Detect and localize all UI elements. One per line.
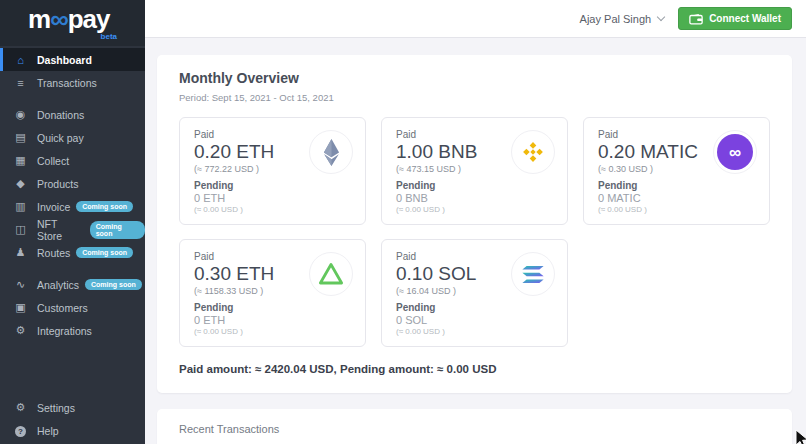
pending-usd: (≈ 0.00 USD ) [194,205,351,214]
user-name: Ajay Pal Singh [580,13,652,25]
question-glyph: ? [15,426,26,437]
wallet-icon [689,13,703,25]
sidebar-item-transactions[interactable]: ≡ Transactions [0,71,145,94]
brand-logo: m∞pay beta [0,0,145,46]
crypto-cards-grid: Paid 0.20 ETH (≈ 772.22 USD ) Pending 0 … [179,117,770,347]
question-circle-icon: ? [13,424,28,437]
sidebar-item-nft-store[interactable]: ◫ NFT Store Coming soon [0,218,145,241]
nav-divider [0,264,145,273]
top-header: Ajay Pal Singh Connect Wallet [145,0,806,38]
pending-label: Pending [194,180,351,191]
pending-usd: (≈ 0.00 USD ) [194,327,351,336]
sidebar-item-label: Dashboard [37,54,92,66]
sidebar-item-label: Donations [37,109,84,121]
pending-amount: 0 BNB [396,192,553,204]
crypto-card-eth-testnet: Paid 0.30 ETH (≈ 1158.33 USD ) Pending 0… [179,239,366,347]
sidebar-item-analytics[interactable]: ∿ Analytics Coming soon [0,273,145,296]
pending-amount: 0 SOL [396,314,553,326]
solana-icon [511,252,555,296]
sidebar-item-label: NFT Store [37,218,84,242]
sidebar-item-label: Help [37,425,59,437]
crypto-card-bnb: Paid 1.00 BNB (≈ 473.15 USD ) Pending 0 … [381,117,568,225]
brand-name: m∞pay [28,6,145,32]
infinity-icon: ∞ [50,4,68,34]
sidebar-item-products[interactable]: ◆ Products [0,172,145,195]
polygon-matic-icon: ∞ [713,130,757,174]
brand-part2: pay [68,4,110,34]
pending-label: Pending [194,302,351,313]
recent-transactions-panel: Recent Transactions Network User Product… [157,409,792,444]
transactions-title: Recent Transactions [157,423,792,435]
sidebar-item-label: Quick pay [37,132,84,144]
coming-soon-badge: Coming soon [76,247,133,258]
sidebar-item-help[interactable]: ? Help [0,419,145,442]
nav-divider [0,94,145,103]
pending-usd: (≈ 0.00 USD ) [396,327,553,336]
user-menu[interactable]: Ajay Pal Singh [580,13,665,25]
coming-soon-badge: Coming soon [85,279,142,290]
coins-stack-icon: ▦ [13,154,28,167]
store-icon: ◫ [13,223,28,236]
sidebar-item-collect[interactable]: ▦ Collect [0,149,145,172]
pending-amount: 0 ETH [194,192,351,204]
totals-summary: Paid amount: ≈ 2420.04 USD, Pending amou… [179,363,770,375]
overview-title: Monthly Overview [179,70,770,86]
sidebar-item-label: Invoice [37,201,70,213]
app-root: m∞pay beta ⌂ Dashboard ≡ Transactions ◉ … [0,0,806,444]
sidebar-item-dashboard[interactable]: ⌂ Dashboard [0,48,145,71]
sidebar-item-routes[interactable]: ♟ Routes Coming soon [0,241,145,264]
sidebar-item-customers[interactable]: ▣ Customers [0,296,145,319]
sidebar-nav: ⌂ Dashboard ≡ Transactions ◉ Donations ▤… [0,48,145,442]
sidebar-item-invoice[interactable]: ▥ Invoice Coming soon [0,195,145,218]
tag-icon: ◆ [13,177,28,190]
sidebar-item-label: Collect [37,155,69,167]
connect-wallet-label: Connect Wallet [709,13,781,24]
brand-part1: m [28,4,50,34]
document-icon: ▥ [13,200,28,213]
chevron-down-icon [657,13,665,21]
pending-usd: (≈ 0.00 USD ) [598,205,755,214]
sidebar-item-label: Customers [37,302,88,314]
sidebar-item-quick-pay[interactable]: ▤ Quick pay [0,126,145,149]
card-icon: ▤ [13,131,28,144]
chart-icon: ∿ [13,278,28,291]
pending-label: Pending [396,180,553,191]
pending-label: Pending [396,302,553,313]
coin-icon: ◉ [13,108,28,121]
sidebar-item-donations[interactable]: ◉ Donations [0,103,145,126]
crypto-card-sol: Paid 0.10 SOL (≈ 16.04 USD ) Pending 0 S… [381,239,568,347]
list-icon: ≡ [13,77,28,89]
ethereum-icon [309,130,353,174]
pending-amount: 0 ETH [194,314,351,326]
home-icon: ⌂ [13,54,28,66]
overview-period: Period: Sept 15, 2021 - Oct 15, 2021 [179,92,770,103]
contact-card-icon: ▣ [13,301,28,314]
pending-amount: 0 MATIC [598,192,755,204]
sidebar-item-label: Products [37,178,78,190]
pending-usd: (≈ 0.00 USD ) [396,205,553,214]
monthly-overview-panel: Monthly Overview Period: Sept 15, 2021 -… [157,55,792,393]
sidebar-item-settings[interactable]: ⚙ Settings [0,396,145,419]
matic-glyph: ∞ [729,144,741,161]
beta-label: beta [101,32,117,41]
sidebar: m∞pay beta ⌂ Dashboard ≡ Transactions ◉ … [0,0,145,444]
sidebar-item-label: Integrations [37,325,92,337]
person-icon: ♟ [13,246,28,259]
crypto-card-matic: Paid 0.20 MATIC (≈ 0.30 USD ) Pending 0 … [583,117,770,225]
coming-soon-badge: Coming soon [76,201,133,212]
coming-soon-badge: Coming soon [90,221,145,239]
sidebar-item-label: Settings [37,402,75,414]
sidebar-item-label: Transactions [37,77,97,89]
gear-icon: ⚙ [13,401,28,414]
green-triangle-icon [309,252,353,296]
gears-icon: ⚙ [13,324,28,337]
connect-wallet-button[interactable]: Connect Wallet [678,7,792,30]
sidebar-item-integrations[interactable]: ⚙ Integrations [0,319,145,342]
main-content: Monthly Overview Period: Sept 15, 2021 -… [145,38,806,444]
nav-spacer [0,342,145,396]
binance-icon [511,130,555,174]
sidebar-item-label: Analytics [37,279,79,291]
pending-label: Pending [598,180,755,191]
mouse-cursor [795,429,806,444]
sidebar-item-label: Routes [37,247,70,259]
